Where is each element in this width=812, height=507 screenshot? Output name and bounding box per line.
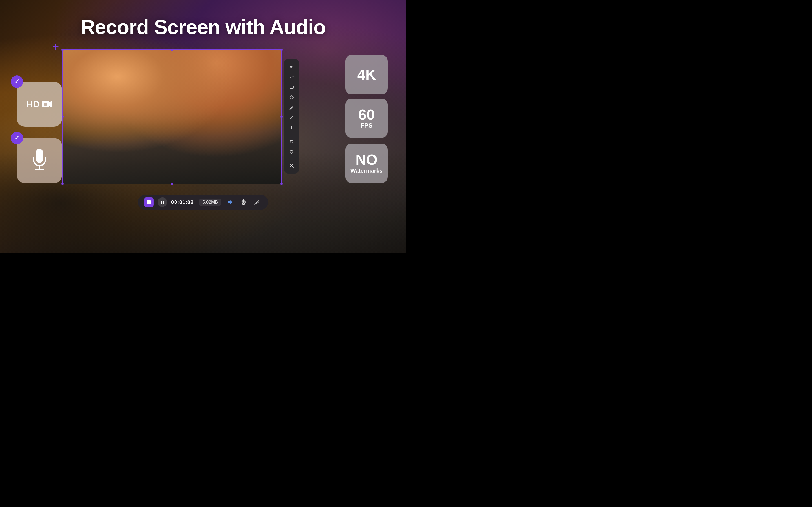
camera-icon bbox=[42, 100, 52, 109]
watermarks-label: Watermarks bbox=[350, 167, 383, 174]
shape-tool[interactable] bbox=[287, 93, 297, 102]
handle-tl[interactable] bbox=[61, 49, 64, 51]
undo-btn[interactable] bbox=[287, 137, 297, 146]
recording-area[interactable] bbox=[62, 49, 282, 184]
svg-line-9 bbox=[290, 116, 293, 119]
hd-badge: HD bbox=[17, 82, 62, 127]
annotation-toolbar: T bbox=[284, 59, 299, 173]
handle-bm[interactable] bbox=[171, 183, 173, 185]
volume-icon bbox=[227, 200, 233, 205]
fps-number: 60 bbox=[358, 107, 375, 122]
hd-checkmark bbox=[11, 75, 23, 88]
svg-point-11 bbox=[290, 151, 293, 153]
svg-rect-14 bbox=[161, 201, 162, 204]
mic-badge bbox=[17, 138, 62, 183]
draw-tool[interactable] bbox=[287, 103, 297, 112]
volume-button[interactable] bbox=[225, 198, 235, 207]
handle-bl[interactable] bbox=[61, 183, 64, 185]
file-size: 5.02MB bbox=[199, 199, 221, 206]
annotate-button[interactable] bbox=[252, 198, 262, 207]
svg-marker-7 bbox=[290, 96, 293, 99]
rect-tool[interactable] bbox=[287, 83, 297, 92]
stop-button[interactable] bbox=[144, 198, 154, 207]
svg-point-2 bbox=[44, 103, 47, 106]
handle-mr[interactable] bbox=[280, 116, 283, 118]
pen-tool[interactable] bbox=[287, 73, 297, 82]
line-tool[interactable] bbox=[287, 113, 297, 122]
recording-preview bbox=[63, 50, 282, 184]
mic-checkmark bbox=[11, 132, 23, 144]
pause-button[interactable] bbox=[158, 198, 167, 207]
toolbar-divider-2 bbox=[287, 159, 296, 159]
svg-marker-1 bbox=[49, 101, 52, 108]
arrow-tool[interactable] bbox=[287, 62, 297, 71]
circle-tool[interactable] bbox=[287, 147, 297, 156]
recording-timer: 00:01:02 bbox=[171, 200, 195, 205]
hd-label: HD bbox=[27, 99, 40, 110]
annotate-icon bbox=[254, 200, 260, 205]
svg-line-20 bbox=[255, 204, 255, 205]
svg-line-8 bbox=[290, 109, 290, 110]
svg-rect-15 bbox=[163, 201, 164, 204]
no-label: NO bbox=[356, 152, 377, 167]
mic-icon bbox=[31, 149, 48, 173]
4k-badge: 4K bbox=[345, 55, 388, 94]
plus-cursor: + bbox=[52, 41, 59, 53]
fps-label: FPS bbox=[361, 122, 373, 129]
nowatermark-badge: NO Watermarks bbox=[345, 144, 388, 183]
handle-br[interactable] bbox=[280, 183, 283, 185]
handle-tr[interactable] bbox=[280, 49, 283, 51]
4k-label: 4K bbox=[357, 67, 376, 82]
svg-rect-6 bbox=[290, 86, 293, 89]
mic-icon-box bbox=[17, 138, 62, 183]
mic-button[interactable] bbox=[239, 198, 248, 207]
fps-badge: 60 FPS bbox=[345, 99, 388, 138]
close-toolbar-btn[interactable] bbox=[287, 161, 297, 170]
svg-marker-16 bbox=[228, 200, 231, 204]
page-title: Record Screen with Audio bbox=[0, 15, 406, 39]
hd-icon-box: HD bbox=[17, 82, 62, 127]
mic-ctrl-icon bbox=[241, 200, 246, 205]
svg-rect-17 bbox=[243, 200, 245, 203]
handle-tm[interactable] bbox=[171, 49, 173, 51]
control-bar: 00:01:02 5.02MB bbox=[138, 194, 268, 210]
stop-icon bbox=[147, 200, 151, 204]
pause-icon bbox=[161, 200, 164, 204]
text-tool[interactable]: T bbox=[287, 123, 297, 132]
svg-rect-3 bbox=[36, 149, 43, 163]
